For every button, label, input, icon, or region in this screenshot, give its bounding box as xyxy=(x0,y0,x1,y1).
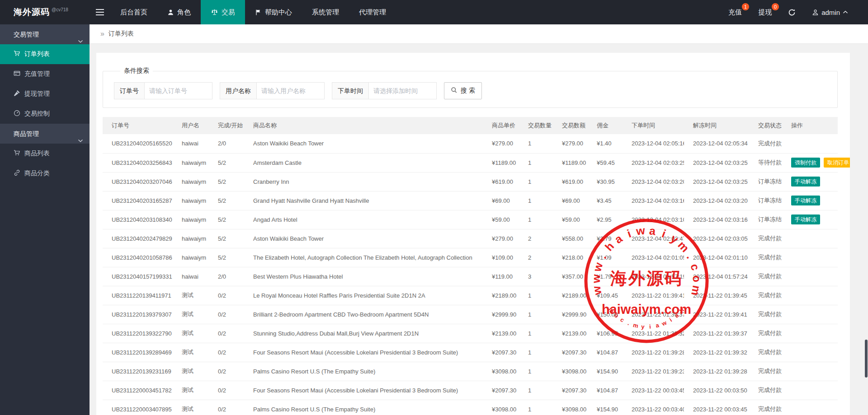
column-header: 用户名 xyxy=(173,117,209,134)
order-time-field-group: 下单时间 xyxy=(332,82,437,99)
cell-order_time: 2023-12-04 02:03:10 xyxy=(623,210,684,229)
flag-icon xyxy=(255,9,262,16)
cell-product: Best Western Plus Hiawatha Hotel xyxy=(244,267,483,286)
cell-amount: ¥3098.00 xyxy=(553,400,588,415)
cell-progress: 0/2 xyxy=(209,286,244,305)
cell-actions: 强制付款取消订单 xyxy=(782,153,838,172)
cell-actions xyxy=(782,305,838,324)
sidebar-item-label: 商品分类 xyxy=(24,169,50,177)
cell-actions: 手动解冻 xyxy=(782,210,838,229)
sidebar-item-trade-control[interactable]: 交易控制 xyxy=(0,104,90,124)
cell-unfreeze_time: 2023-12-04 02:05:34 xyxy=(684,134,749,153)
nav-item-label: 角色 xyxy=(177,8,191,17)
nav-item-help[interactable]: 帮助中心 xyxy=(245,0,302,24)
cell-qty: 1 xyxy=(519,381,553,400)
cell-amount: ¥619.00 xyxy=(553,172,588,191)
action-button[interactable]: 强制付款 xyxy=(791,158,820,168)
action-button[interactable]: 手动解冻 xyxy=(791,214,820,224)
hamburger-icon[interactable] xyxy=(90,0,110,24)
search-button[interactable]: 搜 索 xyxy=(444,82,482,99)
cell-unfreeze_time: 2023-11-22 00:03:45 xyxy=(684,400,749,415)
username-input[interactable] xyxy=(257,82,325,99)
cart-icon xyxy=(14,50,20,58)
cell-unfreeze_time: 2023-11-22 01:39:32 xyxy=(684,343,749,362)
cell-order_no: UB2311220139322790 xyxy=(103,324,173,343)
order-no-field-label: 订单号 xyxy=(114,82,145,99)
table-row: UB2311220139322790测试0/2Stunning Studio,A… xyxy=(103,324,838,343)
cell-commission: ¥104.87 xyxy=(588,381,623,400)
order-no-input[interactable] xyxy=(145,82,212,99)
nav-item-system[interactable]: 系统管理 xyxy=(302,0,349,24)
cell-product: Four Seasons Resort Maui (Accessible Lok… xyxy=(244,343,483,362)
orders-table: 订单号用户名完成/开始商品名称商品单价交易数量交易数额佣金下单时间解冻时间交易状… xyxy=(103,117,838,415)
cell-progress: 0/2 xyxy=(209,381,244,400)
cell-order_time: 2023-11-22 00:03:45 xyxy=(623,381,684,400)
cell-commission: ¥109.45 xyxy=(588,286,623,305)
cell-product: Brilliant 2-Bedroom Apartment CBD Two-Be… xyxy=(244,305,483,324)
refresh-button[interactable] xyxy=(780,0,804,24)
sidebar-item-recharge-management[interactable]: 充值管理 xyxy=(0,64,90,84)
cell-order_time: 2023-12-04 02:05:16 xyxy=(623,134,684,153)
cell-product: Palms Casino Resort U.S (The Empathy Sui… xyxy=(244,400,483,415)
cell-price: ¥3098.00 xyxy=(483,362,519,381)
cell-price: ¥279.00 xyxy=(483,134,519,153)
page-title: 订单列表 xyxy=(108,30,134,38)
cell-price: ¥3098.00 xyxy=(483,400,519,415)
link-icon xyxy=(14,169,20,177)
cell-product: Stunning Studio,Address Dubai Mall,Burj … xyxy=(244,324,483,343)
cell-order_time: 2023-12-04 02:01:05 xyxy=(623,248,684,267)
scrollbar-thumb[interactable] xyxy=(865,340,868,378)
cell-commission: ¥1.09 xyxy=(588,248,623,267)
cell-commission: ¥154.90 xyxy=(588,362,623,381)
search-legend: 条件搜索 xyxy=(120,67,153,75)
action-button[interactable]: 取消订单 xyxy=(824,158,850,168)
cell-progress: 5/2 xyxy=(209,153,244,172)
column-header: 佣金 xyxy=(588,117,623,134)
top-navbar: 海外源码 @cv718 后台首页 角色 交易 帮助中心 系统管理 代理管理 充值 xyxy=(0,0,868,24)
sidebar-group-trade-management[interactable]: 交易管理 xyxy=(0,24,90,44)
gauge-icon xyxy=(14,110,20,118)
cell-qty: 1 xyxy=(519,191,553,210)
withdraw-button[interactable]: 提现 0 xyxy=(750,0,780,24)
cell-status: 订单冻结 xyxy=(749,191,782,210)
cell-commission: ¥1.79 xyxy=(588,267,623,286)
action-button[interactable]: 手动解冻 xyxy=(791,196,820,205)
cell-qty: 1 xyxy=(519,210,553,229)
chevron-down-icon xyxy=(78,31,83,51)
cell-user: haiwaiym xyxy=(173,172,209,191)
cell-actions xyxy=(782,381,838,400)
action-button[interactable]: 手动解冻 xyxy=(791,177,820,187)
sidebar-group-label: 商品管理 xyxy=(14,130,39,137)
sidebar-group-product-management[interactable]: 商品管理 xyxy=(0,124,90,144)
nav-item-trade[interactable]: 交易 xyxy=(201,0,245,24)
sidebar-item-order-list[interactable]: 订单列表 xyxy=(0,44,90,64)
recharge-badge: 1 xyxy=(742,3,749,10)
cell-status: 完成付款 xyxy=(749,400,782,415)
cell-order_time: 2023-11-22 00:03:40 xyxy=(623,400,684,415)
cell-progress: 0/2 xyxy=(209,305,244,324)
recharge-button[interactable]: 充值 1 xyxy=(720,0,750,24)
order-time-input[interactable] xyxy=(369,82,437,99)
cell-qty: 1 xyxy=(519,400,553,415)
cell-status: 完成付款 xyxy=(749,362,782,381)
brand-tag: @cv718 xyxy=(52,7,68,12)
nav-item-agent[interactable]: 代理管理 xyxy=(349,0,396,24)
cell-commission: ¥106.95 xyxy=(588,324,623,343)
cell-user: 测试 xyxy=(173,305,209,324)
nav-item-dashboard[interactable]: 后台首页 xyxy=(110,0,157,24)
user-menu[interactable]: admin xyxy=(804,0,856,24)
nav-item-label: 代理管理 xyxy=(359,8,386,17)
cell-price: ¥69.00 xyxy=(483,191,519,210)
brand-logo: 海外源码 @cv718 xyxy=(0,0,90,24)
search-row: 订单号 用户名称 下单时间 搜 索 xyxy=(114,82,828,99)
cell-order_no: UB2312040201058786 xyxy=(103,248,173,267)
sidebar-item-product-category[interactable]: 商品分类 xyxy=(0,163,90,183)
sidebar-item-product-list[interactable]: 商品列表 xyxy=(0,144,90,163)
sidebar-item-withdraw-management[interactable]: 提现管理 xyxy=(0,84,90,104)
nav-item-roles[interactable]: 角色 xyxy=(157,0,201,24)
cell-price: ¥2097.30 xyxy=(483,381,519,400)
cell-order_no: UB2312040203165287 xyxy=(103,191,173,210)
sidebar: 交易管理 订单列表 充值管理 提现管理 交易控制 商品管理 商品列表 商品分类 xyxy=(0,24,90,415)
cell-price: ¥2097.30 xyxy=(483,343,519,362)
cell-commission: ¥2.79 xyxy=(588,229,623,248)
